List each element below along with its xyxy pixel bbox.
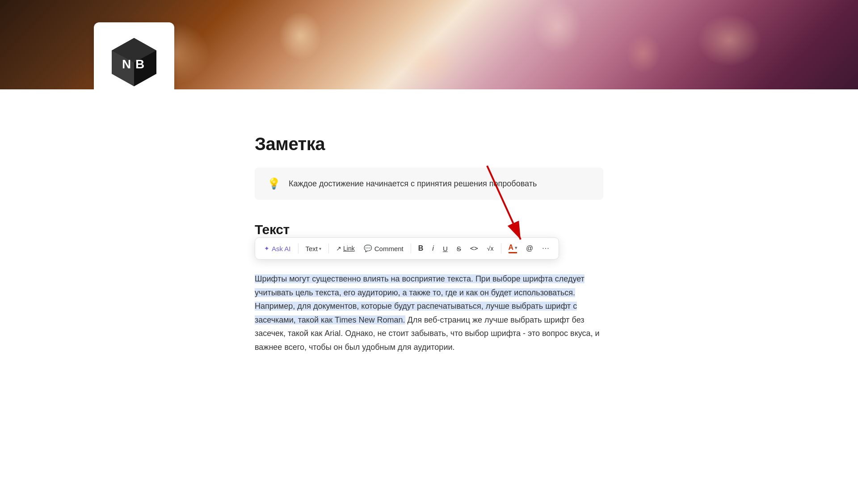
strike-label: S: [457, 245, 461, 252]
underline-label: U: [443, 245, 448, 252]
toolbar-divider-4: [501, 244, 501, 253]
underline-button[interactable]: U: [439, 243, 451, 255]
italic-label: i: [432, 244, 434, 252]
toolbar-divider-1: [298, 244, 299, 253]
comment-label: Comment: [374, 245, 404, 252]
color-icon: A ▾: [509, 244, 517, 253]
section-heading: Текст: [255, 222, 603, 237]
content-wrapper: Заметка 💡 Каждое достижение начинается с…: [0, 89, 858, 354]
code-button[interactable]: <>: [467, 242, 482, 255]
comment-icon: 💬: [364, 244, 372, 252]
toolbar-divider-2: [328, 244, 329, 253]
bold-button[interactable]: B: [415, 242, 427, 255]
floating-toolbar: ✦ Ask AI Text ▾ ↗ Link 💬: [255, 237, 559, 260]
italic-button[interactable]: i: [429, 242, 437, 255]
page-content: Заметка 💡 Каждое достижение начинается с…: [228, 89, 630, 354]
callout-block: 💡 Каждое достижение начинается с приняти…: [255, 168, 603, 200]
color-chevron: ▾: [515, 245, 517, 250]
bold-label: B: [418, 244, 424, 252]
text-style-label: Text: [306, 245, 318, 252]
code-label: <>: [470, 244, 478, 252]
color-button[interactable]: A ▾: [505, 241, 521, 256]
more-options-button[interactable]: ···: [538, 242, 553, 255]
ai-sparkle-icon: ✦: [264, 245, 269, 252]
text-style-chevron: ▾: [319, 246, 321, 251]
strikethrough-button[interactable]: S: [453, 243, 465, 255]
toolbar-divider-3: [411, 244, 411, 253]
page-title: Заметка: [255, 134, 603, 154]
svg-text:B: B: [135, 57, 144, 71]
link-button[interactable]: ↗ Link: [332, 243, 358, 254]
header-banner: N B: [0, 0, 858, 89]
logo: N B: [103, 31, 165, 89]
ask-ai-button[interactable]: ✦ Ask AI: [261, 243, 294, 255]
color-label: A: [509, 244, 514, 252]
ask-ai-label: Ask AI: [272, 245, 291, 252]
callout-text: Каждое достижение начинается с принятия …: [289, 178, 537, 190]
callout-icon: 💡: [267, 177, 281, 190]
link-label: Link: [343, 245, 355, 252]
at-label: @: [526, 244, 533, 252]
text-style-button[interactable]: Text ▾: [302, 243, 325, 255]
logo-container: N B: [94, 22, 174, 89]
comment-button[interactable]: 💬 Comment: [360, 242, 407, 255]
math-label: √x: [487, 245, 494, 252]
body-text: Шрифты могут существенно влиять на воспр…: [255, 272, 603, 354]
svg-text:N: N: [122, 57, 131, 71]
more-label: ···: [542, 244, 549, 252]
mention-button[interactable]: @: [522, 242, 537, 255]
math-button[interactable]: √x: [484, 243, 497, 254]
toolbar-wrapper: ✦ Ask AI Text ▾ ↗ Link 💬: [255, 237, 603, 263]
link-icon: ↗: [336, 245, 341, 252]
